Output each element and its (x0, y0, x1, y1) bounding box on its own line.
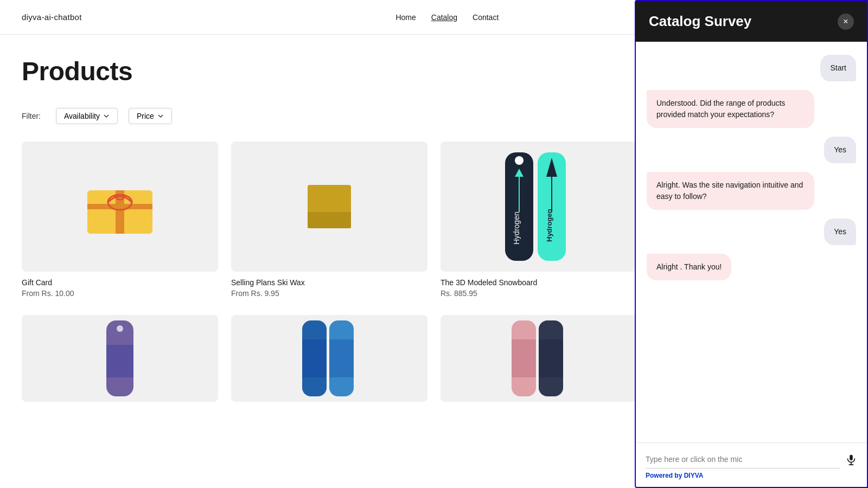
chatbot-panel: Catalog Survey × Start Understood. Did t… (635, 0, 868, 426)
chevron-down-icon-2 (157, 113, 164, 119)
brand-name[interactable]: diyva-ai-chatbot (22, 12, 82, 22)
product-card-6[interactable] (231, 315, 427, 408)
snowboard-purple-icon (95, 318, 144, 399)
chatbot-header: Catalog Survey × (636, 1, 867, 42)
svg-text:Hydrogen: Hydrogen (512, 211, 521, 245)
chat-message-yes-2: Yes (824, 219, 856, 245)
chat-message-start: Start (820, 55, 856, 81)
product-card-5[interactable] (22, 315, 218, 408)
chatbot-messages: Start Understood. Did the range of produ… (636, 42, 867, 426)
product-image-wrap-7 (441, 315, 637, 402)
svg-rect-21 (106, 345, 133, 377)
product-image-wrap-2 (231, 142, 427, 272)
product-name: Gift Card (22, 278, 218, 287)
chevron-down-icon (103, 113, 110, 119)
product-card[interactable]: Selling Plans Ski Wax From Rs. 9.95 (231, 142, 427, 298)
product-price-3: Rs. 885.95 (441, 289, 637, 298)
gift-card-icon (76, 174, 163, 239)
svg-rect-8 (308, 212, 351, 228)
svg-point-10 (515, 156, 524, 165)
svg-rect-28 (512, 339, 536, 377)
product-name-2: Selling Plans Ski Wax (231, 278, 427, 287)
product-card-7[interactable] (441, 315, 637, 408)
chatbot-close-button[interactable]: × (838, 14, 854, 30)
filter-label: Filter: (22, 112, 41, 120)
snowboard-pink-icon (503, 318, 574, 399)
nav-links: Home Catalog Contact (395, 13, 499, 22)
availability-filter[interactable]: Availability (56, 108, 118, 124)
snowboard-blue2-icon (294, 318, 365, 399)
price-filter[interactable]: Price (129, 108, 172, 124)
product-card-3[interactable]: Hydrogen Hydrogen The 3D Modeled Snowboa… (441, 142, 637, 298)
product-image-wrap-3: Hydrogen Hydrogen (441, 142, 637, 272)
product-image-wrap-5 (22, 315, 218, 402)
filter-left: Filter: Availability Price (22, 108, 172, 124)
nav-home[interactable]: Home (395, 13, 416, 22)
chat-message-bot-2: Alright. Was the site navigation intuiti… (647, 172, 814, 210)
chat-message-bot-1: Understood. Did the range of products pr… (647, 90, 814, 128)
product-price: From Rs. 10.00 (22, 289, 218, 298)
ski-wax-icon (291, 174, 367, 239)
svg-rect-30 (539, 339, 563, 377)
chatbot-title: Catalog Survey (649, 13, 751, 30)
product-image-wrap (22, 142, 218, 272)
product-card[interactable]: Gift Card From Rs. 10.00 (22, 142, 218, 298)
svg-rect-26 (329, 339, 354, 377)
svg-rect-24 (302, 339, 327, 377)
nav-catalog[interactable]: Catalog (431, 13, 457, 22)
product-image-wrap-6 (231, 315, 427, 402)
product-name-3: The 3D Modeled Snowboard (441, 278, 637, 287)
chat-message-thank-you: Alright . Thank you! (647, 254, 731, 280)
chat-message-yes-1: Yes (824, 137, 856, 163)
svg-text:Hydrogen: Hydrogen (545, 209, 553, 242)
svg-point-22 (117, 325, 123, 332)
nav-contact[interactable]: Contact (473, 13, 499, 22)
product-price-2: From Rs. 9.95 (231, 289, 427, 298)
snowboard-3d-icon: Hydrogen Hydrogen (495, 147, 582, 266)
